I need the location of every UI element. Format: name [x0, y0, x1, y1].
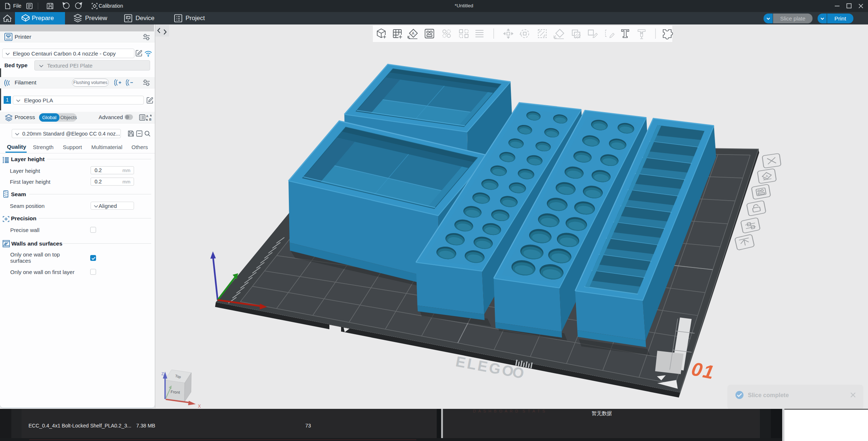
- svg-text:Slice complete: Slice complete: [748, 392, 789, 398]
- svg-text:X: X: [198, 404, 201, 409]
- svg-text:01: 01: [690, 358, 717, 383]
- svg-text:Front: Front: [171, 389, 180, 395]
- svg-text:A: A: [146, 114, 148, 118]
- svg-text:Z: Z: [161, 372, 164, 376]
- svg-text:A: A: [765, 174, 769, 178]
- svg-text:A: A: [412, 31, 415, 35]
- svg-text:B: B: [149, 118, 152, 121]
